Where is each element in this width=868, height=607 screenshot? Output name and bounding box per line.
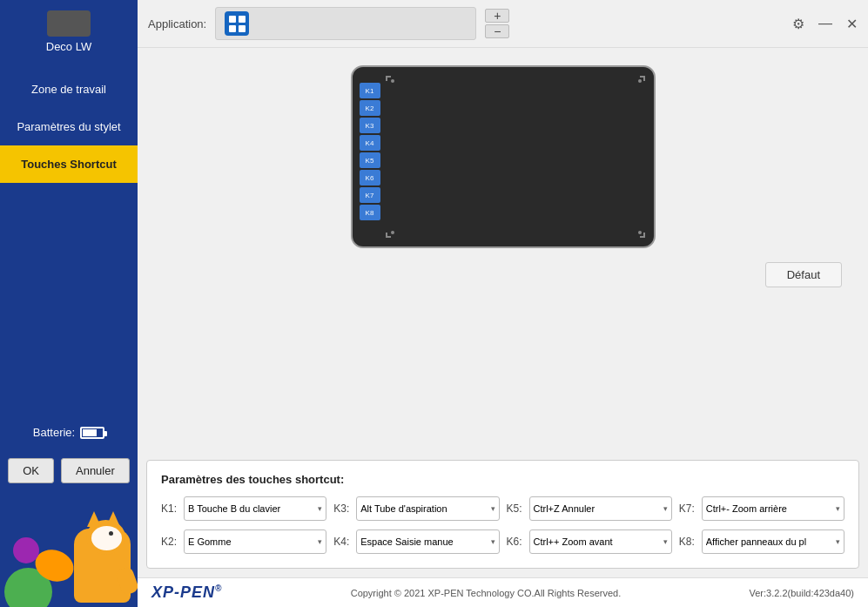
add-app-button[interactable]: + (485, 9, 509, 23)
param-row-k6: K6: Ctrl++ Zoom avant ▾ (507, 529, 672, 554)
chevron-down-icon: ▾ (491, 537, 495, 546)
battery-section: Batterie: (33, 415, 104, 449)
title-bar: Application: + − ⚙ — ✕ (138, 0, 868, 48)
chevron-down-icon: ▾ (836, 504, 840, 513)
default-btn-row: Défaut (164, 262, 842, 287)
params-title: Paramètres des touches shortcut: (161, 473, 844, 486)
param-select-k4[interactable]: Espace Saisie manue ▾ (356, 529, 499, 554)
battery-fill (83, 429, 96, 436)
content-area: K1 K2 K3 K4 K5 K6 K7 K8 Défaut (138, 48, 868, 460)
param-row-k1: K1: B Touche B du clavier ▾ (161, 496, 326, 521)
param-row-k8: K8: Afficher panneaux du pl ▾ (679, 529, 844, 554)
param-select-k7[interactable]: Ctrl+- Zoom arrière ▾ (702, 496, 844, 521)
param-select-text-k6: Ctrl++ Zoom avant (534, 536, 662, 547)
footer-copyright: Copyright © 2021 XP-PEN Technology CO.Al… (351, 588, 622, 598)
app-icon (225, 11, 249, 36)
key-k6[interactable]: K6 (360, 170, 380, 185)
param-select-text-k3: Alt Tube d'aspiration (360, 503, 488, 514)
window-controls: ⚙ — ✕ (792, 16, 858, 32)
footer-version: Ver:3.2.2(build:423da40) (750, 588, 854, 598)
app-icon-dots (225, 12, 249, 36)
param-select-k2[interactable]: E Gomme ▾ (184, 529, 326, 554)
param-label-k8: K8: (679, 536, 698, 548)
dot (239, 16, 246, 23)
chevron-down-icon: ▾ (663, 537, 668, 546)
dot (229, 25, 236, 32)
settings-button[interactable]: ⚙ (792, 16, 804, 32)
device-name: Deco LW (46, 40, 92, 53)
param-label-k2: K2: (161, 536, 180, 548)
dot (239, 25, 246, 32)
param-select-text-k1: B Touche B du clavier (188, 503, 316, 514)
corner-dot-tr (638, 79, 642, 83)
ok-button[interactable]: OK (8, 458, 54, 483)
param-select-text-k7: Ctrl+- Zoom arrière (706, 503, 834, 514)
param-label-k7: K7: (679, 502, 698, 515)
key-k7[interactable]: K7 (360, 187, 380, 203)
cancel-button[interactable]: Annuler (61, 458, 130, 483)
param-label-k6: K6: (507, 536, 526, 548)
minimize-button[interactable]: — (818, 16, 832, 31)
key-k5[interactable]: K5 (360, 152, 380, 168)
device-section: Deco LW (46, 0, 92, 62)
corner-dot-br (638, 231, 642, 234)
sidebar-item-zone-travail[interactable]: Zone de travail (0, 71, 138, 108)
action-buttons: OK Annuler (8, 449, 130, 494)
mascot-area (0, 494, 138, 607)
remove-app-button[interactable]: − (485, 24, 509, 38)
app-display (215, 7, 476, 40)
main-content: Application: + − ⚙ — ✕ (138, 0, 868, 607)
battery-label: Batterie: (33, 426, 75, 439)
param-row-k7: K7: Ctrl+- Zoom arrière ▾ (679, 496, 844, 521)
params-grid: K1: B Touche B du clavier ▾ K3: Alt Tube… (161, 496, 844, 554)
key-k1[interactable]: K1 (360, 83, 380, 98)
sidebar-nav: Zone de travail Paramètres du stylet Tou… (0, 71, 138, 415)
sidebar-item-touches-shortcut[interactable]: Touches Shortcut (0, 145, 138, 183)
param-select-k6[interactable]: Ctrl++ Zoom avant ▾ (529, 529, 672, 554)
params-panel: Paramètres des touches shortcut: K1: B T… (146, 460, 859, 569)
param-select-k8[interactable]: Afficher panneaux du pl ▾ (702, 529, 844, 554)
tablet-preview: K1 K2 K3 K4 K5 K6 K7 K8 (351, 65, 656, 248)
tablet-keys: K1 K2 K3 K4 K5 K6 K7 K8 (360, 83, 380, 220)
param-row-k4: K4: Espace Saisie manue ▾ (333, 529, 499, 554)
add-remove-buttons: + − (485, 9, 509, 38)
corner-dot-bl (391, 231, 394, 234)
param-row-k5: K5: Ctrl+Z Annuler ▾ (507, 496, 672, 521)
close-button[interactable]: ✕ (846, 16, 858, 32)
param-row-k2: K2: E Gomme ▾ (161, 529, 326, 554)
sidebar: Deco LW Zone de travail Paramètres du st… (0, 0, 138, 607)
key-k2[interactable]: K2 (360, 100, 380, 116)
param-row-k3: K3: Alt Tube d'aspiration ▾ (333, 496, 499, 521)
key-k3[interactable]: K3 (360, 118, 380, 133)
battery-icon (80, 427, 104, 439)
chevron-down-icon: ▾ (318, 537, 322, 546)
chevron-down-icon: ▾ (491, 504, 495, 513)
param-select-text-k8: Afficher panneaux du pl (706, 536, 834, 547)
dot (229, 16, 236, 23)
chevron-down-icon: ▾ (836, 537, 840, 546)
param-select-k5[interactable]: Ctrl+Z Annuler ▾ (529, 496, 672, 521)
app-section: Application: + − (148, 7, 792, 40)
chevron-down-icon: ▾ (318, 504, 322, 513)
xp-pen-logo: XP-PEN® (151, 583, 222, 602)
param-select-text-k5: Ctrl+Z Annuler (534, 503, 662, 514)
corner-dot-tl (391, 79, 394, 83)
param-label-k5: K5: (507, 502, 526, 515)
footer: XP-PEN® Copyright © 2021 XP-PEN Technolo… (138, 577, 868, 607)
device-icon (47, 10, 91, 37)
param-select-text-k2: E Gomme (188, 536, 316, 547)
app-label: Application: (148, 17, 206, 30)
chevron-down-icon: ▾ (663, 504, 668, 513)
sidebar-item-parametres-stylet[interactable]: Paramètres du stylet (0, 108, 138, 145)
param-select-k1[interactable]: B Touche B du clavier ▾ (184, 496, 326, 521)
param-select-text-k4: Espace Saisie manue (360, 536, 488, 547)
param-label-k1: K1: (161, 502, 180, 515)
param-select-k3[interactable]: Alt Tube d'aspiration ▾ (356, 496, 499, 521)
param-label-k4: K4: (333, 536, 353, 548)
param-label-k3: K3: (333, 502, 353, 515)
key-k4[interactable]: K4 (360, 135, 380, 151)
default-button[interactable]: Défaut (765, 262, 842, 287)
key-k8[interactable]: K8 (360, 205, 380, 220)
